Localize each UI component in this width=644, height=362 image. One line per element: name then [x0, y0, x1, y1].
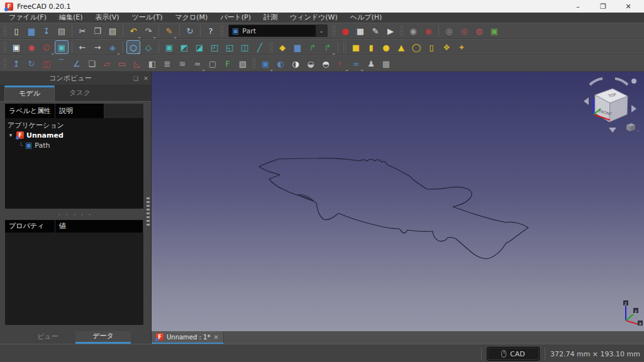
menu-edit[interactable]: 編集(E) [53, 13, 89, 23]
minimize-button[interactable]: – [567, 0, 589, 13]
cut-button[interactable]: ✂ [75, 24, 89, 38]
create-primitives-button[interactable]: ❖ [440, 40, 453, 54]
primitive-tube-button[interactable]: ▯ [425, 40, 438, 54]
primitive-sphere-button[interactable]: ● [379, 40, 393, 54]
menu-macro[interactable]: マクロ(M) [169, 13, 214, 23]
toolbar-drag-handle[interactable] [332, 25, 336, 36]
import-part-button[interactable]: ▆ [291, 40, 304, 54]
box-selection-button[interactable]: ▣ [55, 40, 69, 54]
edit-mode-button[interactable]: ✎ [162, 24, 176, 38]
tab-data[interactable]: データ [75, 331, 131, 344]
document-tab-close-icon[interactable]: ✕ [213, 334, 218, 341]
macro-play-button[interactable]: ▶ [384, 24, 397, 38]
execute-in-editor-button[interactable]: ▣ [487, 24, 501, 38]
view-front-button[interactable]: ▣ [162, 40, 176, 54]
offset-2d-button[interactable]: ≈ [191, 57, 204, 70]
macro-edit-button[interactable]: ✎ [369, 24, 382, 38]
nav-style-button[interactable]: CAD [487, 347, 540, 361]
panel-splitter[interactable]: - - - - - [0, 209, 151, 220]
compound-tools-button[interactable]: ▣ [258, 57, 272, 70]
new-file-button[interactable]: ▯ [9, 24, 23, 38]
extrude-button[interactable]: ↥ [9, 57, 23, 70]
step-into-button[interactable]: ◎ [457, 24, 471, 38]
selection-off-button[interactable]: ∅ [40, 40, 53, 54]
property-column[interactable]: プロパティ [5, 220, 55, 233]
macro-stop-button[interactable]: ■ [353, 24, 367, 38]
shape-builder-button[interactable]: ✦ [455, 40, 469, 54]
view-bottom-button[interactable]: ◱ [223, 40, 236, 54]
boolean-cut-button[interactable]: ◑ [289, 57, 303, 70]
make-sub-link-button[interactable]: ↱ [321, 40, 335, 54]
workbench-selector[interactable]: ▣ Part ⌄ [228, 25, 328, 37]
sweep-button[interactable]: ◺ [130, 57, 144, 70]
offset-3d-button[interactable]: ≋ [175, 57, 189, 70]
fit-all-button[interactable]: ▣ [9, 40, 23, 54]
nav-back-button[interactable]: ← [75, 40, 89, 54]
redo-button[interactable]: ↷ [142, 24, 155, 38]
macro-debug-button[interactable]: ◉ [406, 24, 420, 38]
toolbar-drag-handle[interactable] [343, 41, 347, 53]
primitive-cube-button[interactable]: ■ [349, 40, 363, 54]
refine-shape-button[interactable]: ▩ [379, 57, 393, 70]
toolbar-drag-handle[interactable] [3, 41, 7, 53]
make-face-button[interactable]: ❏ [85, 57, 99, 70]
menu-view[interactable]: 表示(V) [89, 13, 126, 23]
print-button[interactable]: ▤ [55, 24, 69, 38]
panel-close-icon[interactable]: ✕ [141, 75, 151, 82]
view-right-button[interactable]: ◪ [192, 40, 206, 54]
thickness-button[interactable]: ▢ [206, 57, 219, 70]
property-list[interactable] [5, 233, 143, 325]
section-cut-button[interactable]: ⊦ [334, 57, 348, 70]
view-axonometric-button[interactable]: ◇ [142, 40, 155, 54]
view-rear-button[interactable]: ◰ [208, 40, 221, 54]
macro-debug-stop-button[interactable]: ◉ [421, 24, 435, 38]
menu-help[interactable]: ヘルプ(H) [344, 13, 389, 23]
save-file-button[interactable]: ↧ [40, 24, 53, 38]
measure-button[interactable]: ╱ [253, 40, 267, 54]
value-column[interactable]: 値 [55, 220, 143, 233]
shape-from-mesh-button[interactable]: ◆ [275, 40, 289, 54]
tree-root-application[interactable]: アプリケーション [5, 120, 143, 130]
menu-tools[interactable]: ツール(T) [126, 13, 169, 23]
tree-item-document[interactable]: ▾ F Unnamed [5, 130, 143, 140]
primitive-cylinder-button[interactable]: ▮ [364, 40, 378, 54]
tab-view[interactable]: ビュー [20, 331, 75, 344]
navigation-cube[interactable]: TOP FRONT ⌄ [581, 75, 639, 135]
convert-to-solid-button[interactable]: ▧ [236, 57, 250, 70]
open-file-button[interactable]: ▆ [25, 24, 38, 38]
toggle-breakpoint-button[interactable]: ◍ [472, 24, 486, 38]
view-left-button[interactable]: ◫ [238, 40, 252, 54]
tree-header-description[interactable]: 説明 [55, 104, 104, 118]
document-tab[interactable]: F Unnamed : 1* ✕ [152, 331, 224, 344]
boolean-button[interactable]: ◐ [274, 57, 287, 70]
workbench-drag-handle[interactable] [220, 25, 224, 36]
maximize-button[interactable]: ❐ [592, 0, 614, 13]
close-button[interactable]: ✕ [618, 0, 639, 13]
menu-file[interactable]: ファイル(F) [3, 13, 53, 23]
projection-on-surface-button[interactable]: F [221, 57, 235, 70]
workbench-dropdown-icon[interactable]: ⌄ [316, 25, 327, 36]
menu-part[interactable]: パート(P) [214, 13, 257, 23]
toolbar-drag-handle[interactable] [3, 25, 7, 36]
make-link-button[interactable]: ↱ [306, 40, 319, 54]
toolbar-drag-handle[interactable] [400, 25, 404, 36]
toolbar-drag-handle[interactable] [3, 58, 7, 69]
primitive-torus-button[interactable]: ◯ [409, 40, 423, 54]
nav-forward-button[interactable]: → [91, 40, 104, 54]
toolbar-drag-handle[interactable] [269, 41, 273, 53]
undo-button[interactable]: ↶ [126, 24, 140, 38]
view-top-button[interactable]: ◩ [177, 40, 191, 54]
whats-this-button[interactable]: ? [204, 24, 218, 38]
view-isometric-button[interactable]: ◈ [106, 40, 119, 54]
loft-button[interactable]: ▭ [115, 57, 129, 70]
defeaturing-button[interactable]: ♟ [364, 57, 378, 70]
paste-button[interactable]: ▤ [106, 24, 119, 38]
chamfer-button[interactable]: ∠ [70, 57, 84, 70]
section-button[interactable]: ◧ [145, 57, 159, 70]
panel-scrollbar[interactable] [147, 197, 150, 228]
cross-sections-button[interactable]: ≣ [160, 57, 174, 70]
tab-tasks[interactable]: タスク [55, 85, 105, 101]
fish-outline-sketch[interactable] [152, 72, 644, 331]
boolean-union-button[interactable]: ◒ [304, 57, 318, 70]
fit-selection-button[interactable]: ◉ [25, 40, 38, 54]
